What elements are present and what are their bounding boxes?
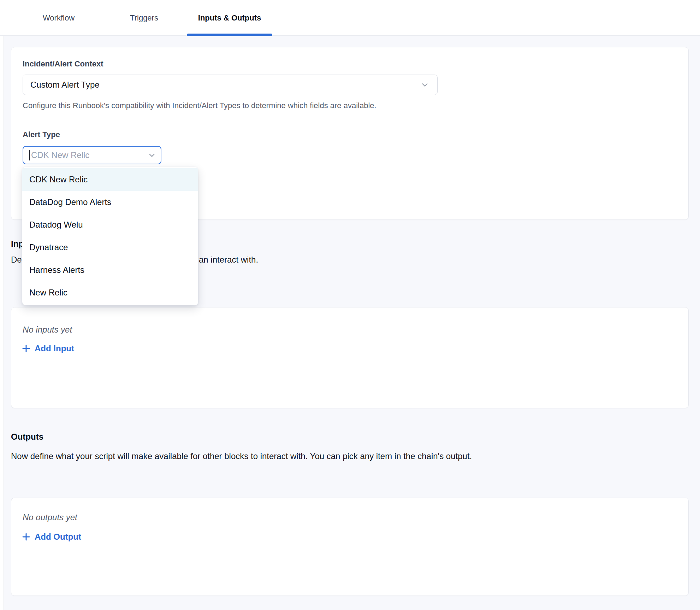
outputs-section-description: Now define what your script will make av… — [11, 451, 472, 461]
incident-alert-context-label: Incident/Alert Context — [23, 59, 103, 69]
add-output-label: Add Output — [35, 532, 81, 542]
inputs-section-description-left: De — [11, 255, 22, 265]
tab-workflow-label: Workflow — [43, 13, 75, 23]
outputs-section-heading: Outputs — [11, 432, 43, 442]
alert-type-dropdown: CDK New RelicDataDog Demo AlertsDatadog … — [22, 167, 198, 305]
inputs-empty-text: No inputs yet — [23, 325, 72, 335]
plus-icon — [22, 344, 30, 353]
dropdown-option[interactable]: Harness Alerts — [22, 259, 198, 281]
page: Workflow Triggers Inputs & Outputs Incid… — [0, 0, 700, 610]
dropdown-option[interactable]: Datadog Welu — [22, 213, 198, 236]
outputs-card: No outputs yet Add Output — [11, 498, 689, 596]
inputs-card: No inputs yet Add Input — [11, 307, 689, 408]
add-input-label: Add Input — [35, 344, 74, 353]
dropdown-option[interactable]: CDK New Relic — [22, 168, 198, 191]
outputs-empty-text: No outputs yet — [23, 512, 77, 522]
dropdown-option[interactable]: DataDog Demo Alerts — [22, 191, 198, 213]
tab-inputs-outputs[interactable]: Inputs & Outputs — [187, 0, 272, 36]
add-output-button[interactable]: Add Output — [22, 532, 81, 542]
tab-inputs-outputs-label: Inputs & Outputs — [198, 13, 261, 23]
left-edge-panel — [0, 0, 4, 610]
inputs-section-description-right: an interact with. — [199, 255, 258, 265]
add-input-button[interactable]: Add Input — [22, 344, 74, 353]
alert-type-combobox[interactable] — [23, 146, 161, 164]
plus-icon — [22, 533, 30, 541]
active-tab-indicator — [187, 34, 272, 36]
chevron-down-icon — [148, 151, 156, 159]
tab-triggers[interactable]: Triggers — [101, 0, 187, 36]
dropdown-option[interactable]: Dynatrace — [22, 236, 198, 259]
alert-type-label: Alert Type — [23, 130, 60, 139]
chevron-down-icon — [421, 81, 429, 89]
tab-triggers-label: Triggers — [130, 13, 158, 23]
tab-bar: Workflow Triggers Inputs & Outputs — [0, 0, 700, 36]
incident-alert-context-select[interactable]: Custom Alert Type — [23, 75, 438, 95]
incident-alert-context-help: Configure this Runbook's compatibility w… — [23, 101, 376, 110]
tab-workflow[interactable]: Workflow — [16, 0, 101, 36]
alert-type-input[interactable] — [30, 150, 148, 160]
incident-alert-context-value: Custom Alert Type — [30, 80, 421, 90]
dropdown-option[interactable]: New Relic — [22, 281, 198, 304]
